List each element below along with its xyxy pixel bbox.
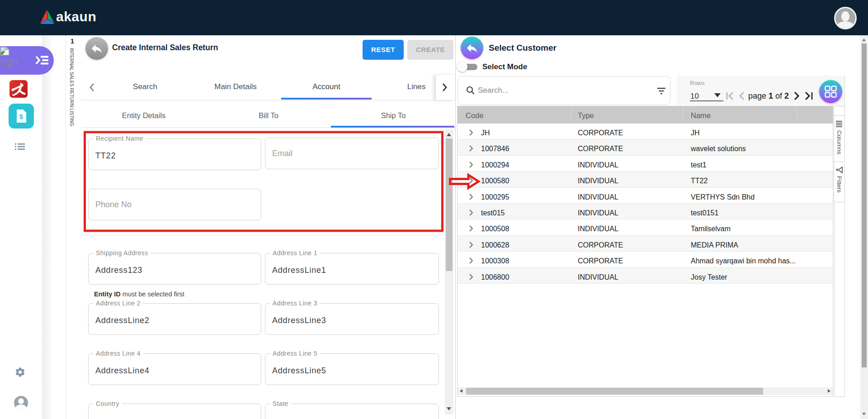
svg-text:$: $ — [19, 113, 24, 120]
